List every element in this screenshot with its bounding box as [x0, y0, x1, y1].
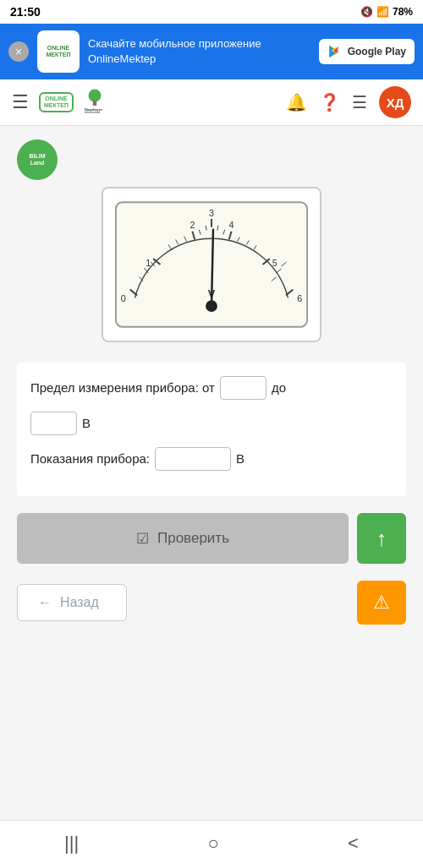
user-avatar[interactable]: ХД — [379, 86, 411, 118]
battery-text: 78% — [393, 6, 413, 18]
list-icon[interactable]: ☰ — [352, 92, 367, 112]
range-to-input[interactable] — [30, 412, 77, 435]
wifi-icon: 📶 — [376, 6, 389, 18]
bottom-menu-button[interactable]: ||| — [47, 829, 96, 858]
banner-close-button[interactable]: × — [8, 41, 29, 62]
app-banner: × ONLINE МЕКТЕП Скачайте мобильное прило… — [0, 24, 423, 79]
svg-text:0: 0 — [121, 293, 126, 303]
bottom-home-button[interactable]: ○ — [190, 829, 235, 858]
help-icon[interactable]: ❓ — [319, 92, 340, 112]
mute-icon: 🔇 — [360, 6, 373, 18]
question-unit-1: В — [82, 413, 91, 434]
online-mektep-logo: ONLINE МЕКТЕП — [39, 92, 74, 112]
back-button[interactable]: ← Назад — [17, 584, 127, 621]
google-play-label: Google Play — [348, 46, 406, 57]
back-buttons-row: ← Назад ⚠ — [17, 581, 406, 625]
check-label: Проверить — [157, 530, 229, 547]
bottom-back-button[interactable]: < — [331, 829, 376, 858]
question-text-3: Показания прибора: — [30, 449, 150, 469]
hamburger-menu-button[interactable]: ☰ — [12, 91, 29, 113]
warning-button[interactable]: ⚠ — [357, 581, 406, 625]
bilim-land-badge: BILIM Land — [17, 139, 58, 180]
question-line-2: В — [30, 412, 393, 435]
svg-rect-1 — [93, 101, 97, 106]
check-button[interactable]: ☑ Проверить — [17, 513, 349, 564]
check-icon: ☑ — [136, 530, 149, 548]
back-label: Назад — [60, 595, 99, 610]
status-time: 21:50 — [10, 5, 41, 19]
question-text-2: до — [272, 378, 286, 398]
banner-logo: ONLINE МЕКТЕП — [37, 30, 80, 73]
google-play-icon — [327, 44, 343, 59]
question-line-3: Показания прибора: В — [30, 447, 393, 471]
reading-input[interactable] — [155, 447, 231, 471]
svg-text:3: 3 — [209, 208, 214, 218]
question-text-1: Предел измерения прибора: от — [30, 378, 215, 398]
banner-text: Скачайте мобильное приложение OnlineMekt… — [88, 36, 310, 67]
status-bar: 21:50 🔇 📶 78% — [0, 0, 423, 24]
svg-text:4: 4 — [229, 220, 234, 230]
nav-icons: 🔔 ❓ ☰ ХД — [286, 86, 411, 118]
navbar: ☰ ONLINE МЕКТЕП Nazarbayev Intellectual … — [0, 79, 423, 126]
voltmeter-image: 0 1 2 3 4 5 6 — [102, 187, 321, 342]
svg-text:Intellectual: Intellectual — [85, 111, 100, 113]
nav-logo: ONLINE МЕКТЕП Nazarbayev Intellectual — [39, 88, 107, 117]
up-arrow-icon: ↑ — [376, 526, 387, 552]
google-play-button[interactable]: Google Play — [319, 39, 415, 64]
action-buttons-row: ☑ Проверить ↑ — [17, 513, 406, 564]
svg-text:6: 6 — [297, 293, 302, 303]
question-section: Предел измерения прибора: от до В Показа… — [17, 363, 406, 496]
svg-text:5: 5 — [272, 258, 277, 268]
voltmeter-svg: 0 1 2 3 4 5 6 — [112, 197, 311, 332]
scroll-up-button[interactable]: ↑ — [357, 513, 406, 564]
question-line-1: Предел измерения прибора: от до — [30, 376, 393, 400]
back-arrow-icon: ← — [38, 595, 52, 610]
svg-text:1: 1 — [146, 258, 151, 268]
bottom-navigation: ||| ○ < — [0, 820, 423, 868]
svg-point-0 — [88, 90, 101, 102]
svg-point-37 — [206, 300, 217, 312]
status-icons: 🔇 📶 78% — [360, 6, 413, 18]
nis-logo: Nazarbayev Intellectual — [82, 88, 107, 117]
main-content: BILIM Land 0 1 2 3 — [0, 126, 423, 652]
range-from-input[interactable] — [220, 376, 266, 400]
svg-text:2: 2 — [190, 220, 195, 230]
question-unit-2: В — [236, 449, 244, 469]
warning-icon: ⚠ — [373, 592, 390, 614]
bell-icon[interactable]: 🔔 — [286, 92, 307, 112]
